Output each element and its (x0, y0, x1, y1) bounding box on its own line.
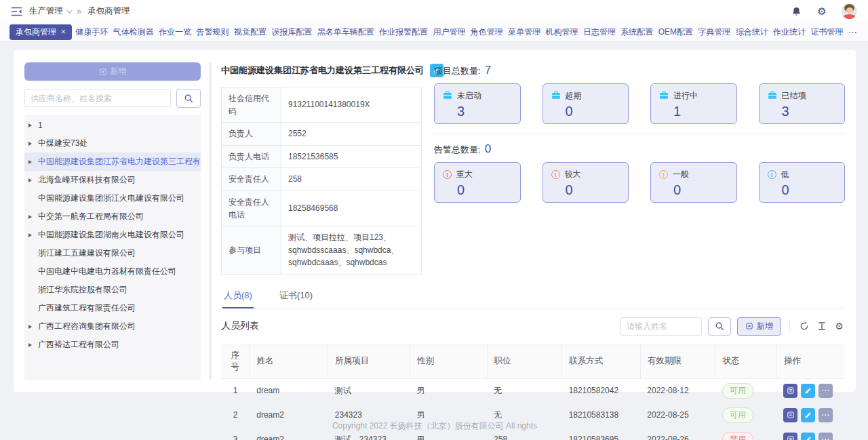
record-more-button[interactable]: ··· (818, 433, 833, 440)
tab-item[interactable]: 日志管理 (582, 24, 617, 40)
tree-item[interactable]: 广西建筑工程有限责任公司 (24, 299, 201, 317)
name-search-button[interactable] (708, 317, 731, 336)
alert-total-value: 0 (485, 142, 491, 156)
tab-item[interactable]: 字典管理 (696, 24, 732, 40)
row-actions: ··· (783, 433, 838, 440)
tree-item[interactable]: 中交第一航务工程局有限公司 (24, 207, 201, 226)
detail-tabs: 人员(8) 证书(10) (221, 284, 845, 308)
stat-card: !较大 0 (542, 162, 629, 203)
tree-item[interactable]: 中国能源建设集团湖南火电建设有限公司 (24, 226, 201, 244)
breadcrumb-menu[interactable]: 生产管理 (29, 5, 71, 17)
info-row: 参与项目测试、项目拉拉、项目123、sqhwbdsscaaas、sqhwbdca… (222, 226, 422, 275)
tab-item[interactable]: 作业一览 (157, 24, 193, 40)
avatar-body (842, 14, 856, 19)
tab-item[interactable]: 作业报警配置 (378, 24, 429, 40)
name-search-input[interactable] (620, 317, 702, 336)
sidebar-scrollbar[interactable] (209, 62, 212, 380)
add-person-button[interactable]: 新增 (737, 317, 781, 336)
topbar-actions: ⚙ (790, 3, 857, 19)
tree-item[interactable]: 北海鱼峰环保科技有限公司 (24, 171, 201, 189)
tree-item[interactable]: 浙江建工五建建设有限公司 (24, 244, 201, 262)
column-settings-gear-icon[interactable]: ⚙ (833, 321, 845, 332)
sidebar-search (24, 89, 201, 108)
overview-row: 中国能源建设集团江苏省电力建设第三工程有限公司 社会信用代码9132110014… (221, 62, 845, 275)
supplier-search-input[interactable] (24, 89, 171, 107)
tree-item[interactable]: 中煤建安73处 (24, 134, 201, 153)
tab-item[interactable]: OEM配置 (657, 24, 694, 40)
tree-item-selected[interactable]: 中国能源建设集团江苏省电力建设第三工程有限公司 (24, 153, 201, 171)
stat-card-label: 一般 (673, 169, 689, 180)
avatar-face (846, 7, 853, 14)
page-tabs: 承包商管理 × 健康手环 气体检测器 作业一览 告警规则 视觉配置 误报库配置 … (0, 22, 868, 42)
caret-right-icon[interactable] (28, 325, 38, 329)
tab-item[interactable]: 菜单管理 (507, 24, 542, 40)
record-more-button[interactable]: ··· (818, 384, 833, 398)
tab-item[interactable]: 误报库配置 (270, 24, 313, 40)
stat-card: 进行中 1 (650, 83, 737, 124)
project-total-row: 项目总数量: 7 (434, 64, 845, 77)
alert-total-row: 告警总数量: 0 (434, 142, 845, 156)
alert-total-label: 告警总数量: (434, 144, 481, 156)
page-body: 新增 1 中煤建安73处 中国能源建设集团江苏省电力建设第三工程有限公司 北海鱼… (0, 42, 868, 432)
tab-label: 承包商管理 (16, 26, 56, 38)
stat-card: !低 0 (759, 162, 846, 203)
caret-right-icon[interactable] (28, 343, 38, 347)
tree-item[interactable]: 1 (24, 116, 201, 134)
tabs-overflow-icon[interactable]: ⋯ (847, 25, 859, 39)
stat-card-label: 超期 (566, 90, 582, 102)
record-edit-button[interactable] (801, 408, 815, 422)
tab-item[interactable]: 机构管理 (545, 24, 580, 40)
stat-card-value: 0 (457, 182, 512, 198)
tab-item[interactable]: 黑名单车辆配置 (316, 24, 376, 40)
caret-right-icon[interactable] (28, 233, 38, 237)
info-row: 安全责任人258 (222, 168, 422, 191)
close-icon[interactable]: × (61, 27, 66, 37)
personnel-list-title: 人员列表 (221, 320, 259, 332)
tab-item[interactable]: 综合统计 (734, 24, 770, 40)
record-more-button[interactable]: ··· (818, 408, 833, 422)
sidebar-add-button[interactable]: 新增 (24, 62, 201, 81)
stat-card: 未启动 3 (434, 83, 521, 124)
record-detail-button[interactable] (783, 433, 797, 440)
record-edit-button[interactable] (801, 384, 815, 398)
tree-item[interactable]: 中国能源建设集团浙江火电建设有限公司 (24, 189, 201, 207)
tab-item[interactable]: 系统配置 (619, 24, 654, 40)
tab-item[interactable]: 作业统计 (772, 24, 807, 40)
project-cards: 未启动 3 超期 0 进行中 1 已结项 3 (434, 83, 845, 124)
tab-item[interactable]: 健康手环 (74, 24, 109, 40)
chevron-down-icon (66, 7, 72, 13)
caret-right-icon[interactable] (28, 160, 38, 164)
breadcrumb-current: 承包商管理 (87, 5, 130, 17)
tab-item[interactable]: 视觉配置 (233, 24, 268, 40)
tab-item[interactable]: 告警规则 (195, 24, 231, 40)
record-edit-button[interactable] (801, 433, 815, 440)
bell-icon[interactable] (790, 5, 802, 18)
caret-right-icon[interactable] (28, 215, 38, 219)
tab-item[interactable]: 证书管理 (809, 24, 844, 40)
tab-certificates[interactable]: 证书(10) (278, 284, 314, 308)
menu-fold-icon[interactable] (11, 7, 22, 16)
breadcrumb-separator: » (77, 6, 81, 16)
user-avatar[interactable] (842, 3, 857, 19)
tree-item[interactable]: 广西工程咨询集团有限公司 (24, 317, 201, 336)
personnel-list-header: 人员列表 新增 (221, 317, 845, 336)
tab-item-active[interactable]: 承包商管理 × (9, 24, 72, 40)
supplier-search-button[interactable] (176, 89, 201, 108)
tab-item[interactable]: 气体检测器 (112, 24, 155, 40)
tree-item[interactable]: 浙江华东院控股有限公司 (24, 281, 201, 299)
gear-icon[interactable]: ⚙ (816, 5, 828, 18)
row-height-icon[interactable] (816, 321, 827, 332)
stat-card-label: 进行中 (673, 90, 698, 102)
caret-right-icon[interactable] (28, 123, 38, 127)
record-detail-button[interactable] (783, 408, 797, 422)
tree-item[interactable]: 中国电建中电建电力器材有限责任公司 (24, 262, 201, 281)
refresh-icon[interactable] (798, 321, 810, 332)
tab-item[interactable]: 用户管理 (431, 24, 467, 40)
caret-right-icon[interactable] (28, 178, 38, 182)
record-detail-button[interactable] (783, 384, 797, 398)
caret-right-icon[interactable] (28, 142, 38, 146)
company-name: 中国能源建设集团江苏省电力建设第三工程有限公司 (221, 64, 424, 77)
tab-item[interactable]: 角色管理 (469, 24, 505, 40)
tab-personnel[interactable]: 人员(8) (222, 284, 254, 308)
tree-item[interactable]: 广西裕达工程有限公司 (24, 336, 201, 354)
